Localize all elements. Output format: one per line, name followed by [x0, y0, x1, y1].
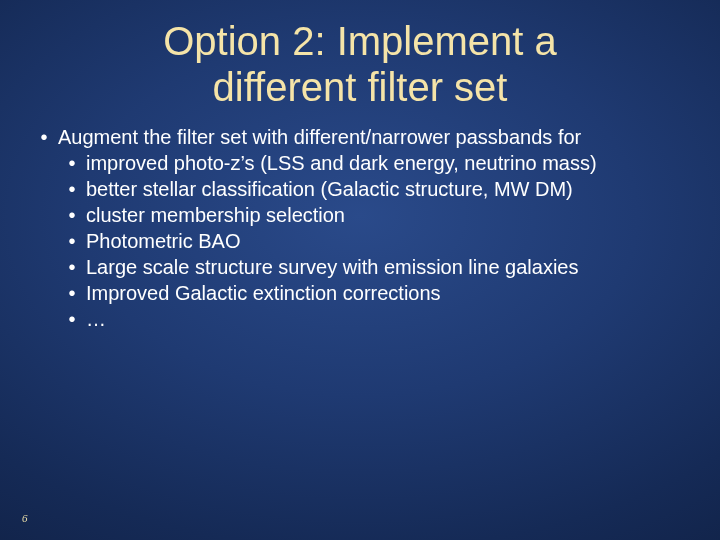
sub-bullet-item: •Large scale structure survey with emiss…: [58, 254, 690, 280]
bullet-icon: •: [58, 254, 86, 280]
title-line-1: Option 2: Implement a: [163, 19, 557, 63]
sub-bullet-text: …: [86, 306, 690, 332]
sub-bullet-text: improved photo-z’s (LSS and dark energy,…: [86, 150, 690, 176]
bullet-icon: •: [58, 176, 86, 202]
sub-bullet-text: Improved Galactic extinction corrections: [86, 280, 690, 306]
bullet-item: • Augment the filter set with different/…: [30, 124, 690, 150]
page-number: 6: [22, 512, 28, 524]
sub-bullet-item: •…: [58, 306, 690, 332]
sub-bullet-item: •Photometric BAO: [58, 228, 690, 254]
bullet-icon: •: [58, 228, 86, 254]
sub-bullet-item: •improved photo-z’s (LSS and dark energy…: [58, 150, 690, 176]
slide-title: Option 2: Implement a different filter s…: [0, 0, 720, 110]
sub-bullet-text: Large scale structure survey with emissi…: [86, 254, 690, 280]
sub-bullet-text: cluster membership selection: [86, 202, 690, 228]
bullet-icon: •: [30, 124, 58, 150]
bullet-icon: •: [58, 202, 86, 228]
slide: Option 2: Implement a different filter s…: [0, 0, 720, 540]
sub-bullet-item: •better stellar classification (Galactic…: [58, 176, 690, 202]
bullet-text: Augment the filter set with different/na…: [58, 124, 690, 150]
sub-bullet-item: •cluster membership selection: [58, 202, 690, 228]
sub-bullet-text: better stellar classification (Galactic …: [86, 176, 690, 202]
bullet-icon: •: [58, 280, 86, 306]
sub-bullet-list: •improved photo-z’s (LSS and dark energy…: [30, 150, 690, 332]
sub-bullet-item: •Improved Galactic extinction correction…: [58, 280, 690, 306]
slide-body: • Augment the filter set with different/…: [0, 110, 720, 332]
bullet-icon: •: [58, 306, 86, 332]
bullet-icon: •: [58, 150, 86, 176]
sub-bullet-text: Photometric BAO: [86, 228, 690, 254]
title-line-2: different filter set: [213, 65, 508, 109]
